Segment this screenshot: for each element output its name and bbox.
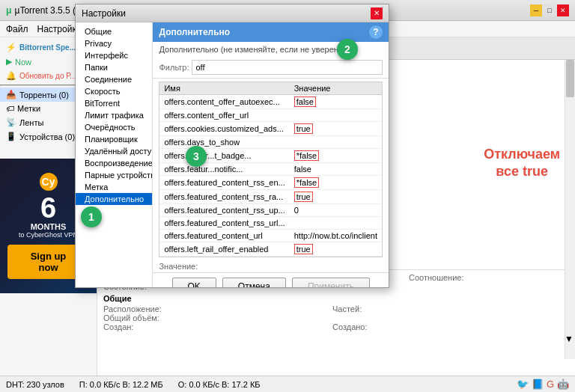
created-label: Создан: bbox=[103, 322, 133, 331]
minimize-button[interactable]: ─ bbox=[530, 4, 542, 16]
nav-scheduler[interactable]: Планировщик bbox=[76, 133, 152, 145]
highlighted-value: *false bbox=[294, 150, 320, 161]
dialog-footer: OK Отмена Применить bbox=[153, 272, 389, 287]
nav-advanced[interactable]: Дополнительно bbox=[76, 193, 152, 205]
setting-name: offers.featur...notific... bbox=[159, 163, 289, 176]
dialog-titlebar: Настройки ✕ bbox=[76, 4, 389, 22]
nav-connection[interactable]: Соединение bbox=[76, 73, 152, 85]
table-row[interactable]: offers.featured_content_rss_up...0 bbox=[159, 204, 382, 217]
speed-status: О: 0.0 КБ/с В: 17.2 КБ bbox=[178, 380, 261, 389]
nav-queue[interactable]: Очерёдность bbox=[76, 121, 152, 133]
setting-value: *false bbox=[290, 149, 382, 163]
settings-table: Имя Значение offers.content_offer_autoex… bbox=[159, 82, 382, 257]
nav-privacy[interactable]: Privacy bbox=[76, 37, 152, 49]
table-row[interactable]: offers.featured_content_urlhttp://now.bt… bbox=[159, 230, 382, 242]
social-android[interactable]: 🤖 bbox=[557, 379, 569, 390]
scrollbar-thumb bbox=[566, 60, 574, 97]
setting-name: offers.days_to_show bbox=[159, 136, 289, 149]
highlighted-value: *false bbox=[294, 177, 320, 188]
setting-value: true bbox=[290, 190, 382, 204]
ad-logo: Cy bbox=[40, 173, 58, 191]
nav-folders[interactable]: Папки bbox=[76, 61, 152, 73]
nav-label[interactable]: Метка bbox=[76, 181, 152, 193]
advanced-panel-title: Дополнительно bbox=[159, 27, 230, 37]
value-field-label: Значение: bbox=[159, 262, 198, 271]
menu-file[interactable]: Файл bbox=[6, 24, 28, 34]
ratio-label: Соотношение: bbox=[409, 273, 464, 282]
setting-name: offers.featured_content_rss_url... bbox=[159, 217, 289, 230]
setting-name: offers.featur...t_badge... bbox=[159, 149, 289, 163]
setting-value: true bbox=[290, 242, 382, 257]
setting-name: offers.featured_content_rss_ra... bbox=[159, 190, 289, 204]
annotation-1: 1 bbox=[81, 206, 102, 227]
search-input[interactable] bbox=[192, 60, 383, 75]
btspeeds-icon: ⚡ bbox=[6, 43, 16, 52]
search-bar: Фильтр: bbox=[153, 57, 389, 79]
table-row[interactable]: offers.cookies.customized_ads...true bbox=[159, 122, 382, 136]
nav-remote[interactable]: Удалённый доступ bbox=[76, 145, 152, 157]
russian-annotation: Отключаемвсе true bbox=[484, 146, 560, 181]
torrents-icon: 📥 bbox=[6, 90, 16, 99]
social-twitter[interactable]: 🐦 bbox=[517, 379, 529, 390]
col-value: Значение bbox=[290, 82, 382, 95]
setting-value: http://now.bt.co/inclient bbox=[290, 230, 382, 242]
general-label: Общие bbox=[103, 294, 559, 303]
col-name: Имя bbox=[159, 82, 289, 95]
setting-value: 0 bbox=[290, 204, 382, 217]
dialog-body: Общие Privacy Интерфейс Папки Соединение… bbox=[76, 22, 389, 287]
scrollbar-down-arrow[interactable]: ▼ bbox=[565, 334, 574, 344]
advanced-header: Дополнительно ? bbox=[153, 22, 389, 42]
app-close-button[interactable]: ✕ bbox=[557, 4, 569, 16]
update-icon: 🔔 bbox=[6, 71, 16, 81]
social-google[interactable]: G bbox=[547, 379, 554, 390]
main-scrollbar[interactable]: ▼ bbox=[565, 60, 575, 359]
nav-interface[interactable]: Интерфейс bbox=[76, 49, 152, 61]
annotation-3: 3 bbox=[186, 146, 207, 167]
maximize-button[interactable]: □ bbox=[544, 4, 556, 16]
table-row[interactable]: offers.featured_content_rss_en...*false bbox=[159, 176, 382, 190]
advanced-help-button[interactable]: ? bbox=[369, 25, 383, 39]
table-row[interactable]: offers.left_rail_offer_enabledtrue bbox=[159, 242, 382, 257]
nav-bittorrent[interactable]: BitTorrent bbox=[76, 97, 152, 109]
setting-name: offers.content_offer_url bbox=[159, 109, 289, 122]
setting-value: *false bbox=[290, 176, 382, 190]
devices-icon: 📱 bbox=[6, 132, 16, 141]
pieces-label: Частей: bbox=[332, 304, 362, 313]
ad-text-vpn: to CyberGhost VPN bbox=[19, 231, 78, 239]
ok-button[interactable]: OK bbox=[172, 278, 216, 287]
table-row[interactable]: offers.featured_content_rss_url... bbox=[159, 217, 382, 230]
setting-value bbox=[290, 109, 382, 122]
dialog-title: Настройки bbox=[82, 8, 126, 19]
annotation-2: 2 bbox=[337, 39, 358, 60]
nav-paired[interactable]: Парные устройства bbox=[76, 169, 152, 181]
nav-traffic-limit[interactable]: Лимит трафика bbox=[76, 109, 152, 121]
size-label: Общий объём: bbox=[103, 313, 159, 322]
setting-value: false bbox=[290, 163, 382, 176]
setting-value: false bbox=[290, 95, 382, 109]
dialog-close-button[interactable]: ✕ bbox=[371, 7, 383, 19]
status-bar: DHT: 230 узлов П: 0.0 КБ/с В: 12.2 МБ О:… bbox=[0, 376, 575, 392]
highlighted-value: true bbox=[294, 123, 313, 134]
nav-general[interactable]: Общие bbox=[76, 25, 152, 37]
setting-name: offers.featured_content_rss_en... bbox=[159, 176, 289, 190]
nav-playback[interactable]: Воспроизведение bbox=[76, 157, 152, 169]
setting-name: offers.cookies.customized_ads... bbox=[159, 122, 289, 136]
created-value: Создано: bbox=[332, 322, 368, 331]
app-logo: µ bbox=[6, 4, 12, 16]
table-row[interactable]: offers.featured_content_rss_ra...true bbox=[159, 190, 382, 204]
setting-name: offers.featured_content_rss_up... bbox=[159, 204, 289, 217]
social-facebook[interactable]: 📘 bbox=[532, 379, 544, 390]
table-row[interactable]: offers.content_offer_url bbox=[159, 109, 382, 122]
apply-button[interactable]: Применить bbox=[292, 278, 370, 287]
pi-status: П: 0.0 КБ/с В: 12.2 МБ bbox=[79, 380, 163, 389]
now-icon: ▶ bbox=[6, 57, 12, 67]
table-row[interactable]: offers.content_offer_autoexec...false bbox=[159, 95, 382, 109]
settings-nav: Общие Privacy Интерфейс Папки Соединение… bbox=[76, 22, 153, 287]
setting-value: true bbox=[290, 122, 382, 136]
highlighted-value: true bbox=[294, 244, 313, 254]
feeds-icon: 📡 bbox=[6, 117, 16, 127]
dht-status: DHT: 230 узлов bbox=[6, 380, 64, 389]
cancel-button[interactable]: Отмена bbox=[222, 278, 286, 287]
nav-speed[interactable]: Скорость bbox=[76, 85, 152, 97]
settings-table-container: Имя Значение offers.content_offer_autoex… bbox=[159, 82, 383, 257]
